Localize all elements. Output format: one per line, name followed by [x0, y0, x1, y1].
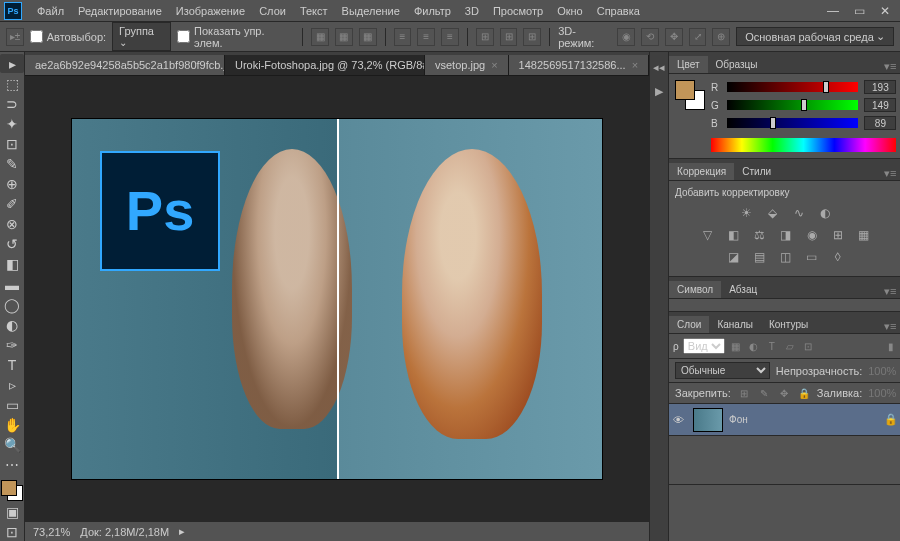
posterize-icon[interactable]: ▤: [750, 248, 770, 266]
lock-all-icon[interactable]: 🔒: [797, 386, 811, 400]
blend-mode-select[interactable]: Обычные: [675, 362, 770, 379]
menu-window[interactable]: Окно: [550, 0, 590, 22]
3d-icon[interactable]: ⤢: [689, 28, 707, 46]
3d-icon[interactable]: ◉: [617, 28, 635, 46]
zoom-level[interactable]: 73,21%: [33, 526, 70, 538]
document-tab[interactable]: 1482569517132586...×: [509, 55, 650, 75]
color-panel-swatches[interactable]: [675, 80, 705, 110]
invert-icon[interactable]: ◪: [724, 248, 744, 266]
tab-color[interactable]: Цвет: [669, 56, 707, 73]
edit-toolbar[interactable]: ⋯: [0, 456, 24, 475]
menu-file[interactable]: Файл: [30, 0, 71, 22]
tab-paragraph[interactable]: Абзац: [721, 281, 765, 298]
canvas[interactable]: Ps: [72, 119, 602, 479]
gradient-tool[interactable]: ▬: [0, 275, 24, 294]
panel-menu-icon[interactable]: ▾≡: [878, 167, 900, 180]
exposure-icon[interactable]: ◐: [815, 204, 835, 222]
spectrum-picker[interactable]: [711, 138, 896, 152]
filter-pixel-icon[interactable]: ▦: [729, 339, 743, 353]
panel-menu-icon[interactable]: ▾≡: [878, 60, 900, 73]
threshold-icon[interactable]: ◫: [776, 248, 796, 266]
auto-select-check[interactable]: Автовыбор:: [30, 30, 106, 43]
layer-kind-select[interactable]: Вид: [683, 338, 725, 354]
r-slider[interactable]: [727, 82, 858, 92]
heal-tool[interactable]: ⊕: [0, 175, 24, 194]
layer-row[interactable]: 👁 Фон 🔒: [669, 404, 900, 436]
screenmode-toggle[interactable]: ⊡: [0, 522, 24, 541]
lock-trans-icon[interactable]: ⊞: [737, 386, 751, 400]
menu-text[interactable]: Текст: [293, 0, 335, 22]
filter-smart-icon[interactable]: ⊡: [801, 339, 815, 353]
align-icon[interactable]: ⊞: [523, 28, 541, 46]
expand-icon[interactable]: ◂◂: [650, 58, 668, 76]
workspace-select[interactable]: Основная рабочая среда⌄: [736, 27, 894, 46]
filter-toggle[interactable]: ▮: [884, 339, 898, 353]
3d-icon[interactable]: ✥: [665, 28, 683, 46]
wand-tool[interactable]: ✦: [0, 114, 24, 133]
lock-pixel-icon[interactable]: ✎: [757, 386, 771, 400]
opacity-value[interactable]: 100%: [868, 365, 896, 377]
marquee-tool[interactable]: ⬚: [0, 74, 24, 93]
align-icon[interactable]: ▦: [335, 28, 353, 46]
eyedropper-tool[interactable]: ✎: [0, 154, 24, 173]
3d-icon[interactable]: ⟲: [641, 28, 659, 46]
tab-channels[interactable]: Каналы: [709, 316, 761, 333]
levels-icon[interactable]: ⬙: [763, 204, 783, 222]
tab-layers[interactable]: Слои: [669, 316, 709, 333]
distribute-icon[interactable]: ≡: [417, 28, 435, 46]
quickmask-toggle[interactable]: ▣: [0, 502, 24, 521]
stamp-tool[interactable]: ⊗: [0, 215, 24, 234]
lock-pos-icon[interactable]: ✥: [777, 386, 791, 400]
document-tab[interactable]: ae2a6b92e94258a5b5c2a1bf980f9fcb.jpg×: [25, 55, 225, 75]
mixer-icon[interactable]: ⊞: [828, 226, 848, 244]
3d-icon[interactable]: ⊕: [712, 28, 730, 46]
doc-size[interactable]: Док: 2,18M/2,18M: [80, 526, 169, 538]
menu-image[interactable]: Изображение: [169, 0, 252, 22]
pen-tool[interactable]: ✑: [0, 335, 24, 354]
menu-view[interactable]: Просмотр: [486, 0, 550, 22]
bw-icon[interactable]: ◨: [776, 226, 796, 244]
align-icon[interactable]: ⊞: [476, 28, 494, 46]
gradient-map-icon[interactable]: ▭: [802, 248, 822, 266]
align-icon[interactable]: ▦: [359, 28, 377, 46]
menu-help[interactable]: Справка: [590, 0, 647, 22]
zoom-tool[interactable]: 🔍: [0, 436, 24, 455]
filter-shape-icon[interactable]: ▱: [783, 339, 797, 353]
vibrance-icon[interactable]: ▽: [698, 226, 718, 244]
tab-styles[interactable]: Стили: [734, 163, 779, 180]
close-button[interactable]: ✕: [874, 3, 896, 19]
menu-edit[interactable]: Редактирование: [71, 0, 169, 22]
align-icon[interactable]: ⊞: [500, 28, 518, 46]
selective-icon[interactable]: ◊: [828, 248, 848, 266]
layer-name[interactable]: Фон: [729, 414, 878, 425]
tab-adjustments[interactable]: Коррекция: [669, 163, 734, 180]
photo-filter-icon[interactable]: ◉: [802, 226, 822, 244]
document-tab[interactable]: Uroki-Fotoshopa.jpg @ 73,2% (RGB/8#)×: [225, 55, 425, 75]
close-tab-icon[interactable]: ×: [632, 59, 638, 71]
foreground-color[interactable]: [1, 480, 17, 496]
show-controls-check[interactable]: Показать упр. элем.: [177, 25, 294, 49]
b-value[interactable]: 89: [864, 116, 896, 130]
blur-tool[interactable]: ◯: [0, 295, 24, 314]
history-strip-icon[interactable]: ▶: [650, 82, 668, 100]
minimize-button[interactable]: —: [822, 3, 844, 19]
path-tool[interactable]: ▹: [0, 376, 24, 395]
hue-icon[interactable]: ◧: [724, 226, 744, 244]
move-tool[interactable]: ▸: [0, 54, 24, 73]
status-arrow-icon[interactable]: ▸: [179, 525, 185, 538]
shape-tool[interactable]: ▭: [0, 396, 24, 415]
maximize-button[interactable]: ▭: [848, 3, 870, 19]
layer-thumbnail[interactable]: [693, 408, 723, 432]
menu-select[interactable]: Выделение: [335, 0, 407, 22]
r-value[interactable]: 193: [864, 80, 896, 94]
close-tab-icon[interactable]: ×: [491, 59, 497, 71]
lookup-icon[interactable]: ▦: [854, 226, 874, 244]
brush-tool[interactable]: ✐: [0, 195, 24, 214]
brightness-icon[interactable]: ☀: [737, 204, 757, 222]
b-slider[interactable]: [727, 118, 858, 128]
tab-paths[interactable]: Контуры: [761, 316, 816, 333]
color-swatches[interactable]: [1, 480, 23, 501]
group-select[interactable]: Группа ⌄: [112, 22, 171, 51]
fill-value[interactable]: 100%: [868, 387, 896, 399]
align-icon[interactable]: ▦: [311, 28, 329, 46]
